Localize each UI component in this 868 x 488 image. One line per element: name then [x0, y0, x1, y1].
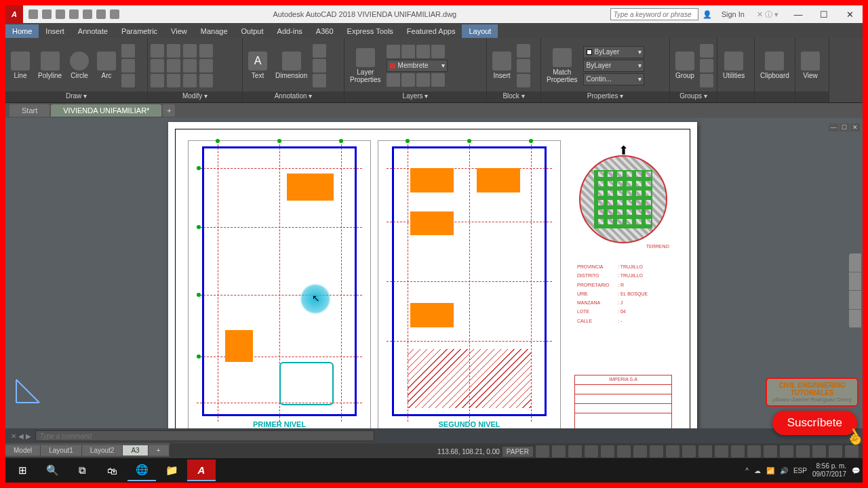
transparency-icon[interactable] — [650, 445, 663, 458]
circle-button[interactable]: Circle — [67, 50, 92, 81]
linetype-dropdown[interactable]: Contin... — [583, 73, 644, 85]
panel-label[interactable]: Properties ▾ — [541, 92, 669, 102]
move-icon[interactable] — [151, 44, 164, 58]
layer-tool-icon[interactable] — [401, 45, 415, 58]
cloud-icon[interactable]: ☁ — [754, 467, 761, 474]
new-tab-button[interactable]: + — [163, 104, 175, 117]
notifications-icon[interactable]: 💬 — [852, 467, 860, 474]
color-dropdown[interactable]: ByLayer — [583, 46, 644, 58]
edit-attr-icon[interactable] — [517, 74, 530, 87]
tab-express[interactable]: Express Tools — [340, 24, 400, 38]
chrome-button[interactable]: 🌐 — [127, 460, 156, 481]
panel-label[interactable]: Block ▾ — [487, 92, 540, 102]
group-bbox-icon[interactable] — [700, 74, 713, 87]
ungroup-icon[interactable] — [700, 44, 713, 58]
array-icon[interactable] — [183, 74, 197, 87]
tab-annotate[interactable]: Annotate — [71, 24, 115, 38]
annoscale-icon[interactable] — [682, 445, 696, 458]
tab-manage[interactable]: Manage — [194, 24, 235, 38]
workspace-icon[interactable] — [715, 445, 728, 458]
draw-tool-icon[interactable] — [121, 59, 135, 73]
paper-layout[interactable]: PRIMER NIVEL SEGUNDO NIVEL — [168, 122, 697, 428]
panel-label[interactable]: Layers ▾ — [344, 92, 486, 102]
layout2-tab[interactable]: Layout2 — [82, 445, 123, 455]
store-button[interactable]: 🛍 — [98, 460, 126, 481]
panel-label[interactable]: Annotation ▾ — [243, 92, 344, 102]
app-menu-button[interactable]: A — [5, 5, 23, 23]
annovis-icon[interactable] — [698, 445, 712, 458]
subscribe-button[interactable]: Suscríbete — [772, 411, 857, 435]
fillet-icon[interactable] — [183, 59, 197, 73]
drawing-tab[interactable]: VIVIENDA UNIFAMILIAR* — [51, 104, 161, 117]
task-view-button[interactable]: ⧉ — [68, 460, 96, 481]
draw-tool-icon[interactable] — [121, 74, 135, 87]
erase-icon[interactable] — [199, 44, 213, 58]
start-menu-button[interactable]: ⊞ — [8, 460, 37, 481]
otrack-toggle-icon[interactable] — [617, 445, 631, 458]
command-input[interactable] — [35, 430, 374, 441]
dimension-button[interactable]: Dimension — [273, 50, 310, 81]
tab-output[interactable]: Output — [235, 24, 271, 38]
viewport-minimize-icon[interactable]: — — [829, 123, 838, 131]
leader-icon[interactable] — [313, 44, 326, 58]
edit-block-icon[interactable] — [517, 59, 530, 73]
stretch-icon[interactable] — [151, 74, 164, 87]
panel-label[interactable]: Groups ▾ — [670, 92, 717, 102]
explode-icon[interactable] — [199, 59, 213, 73]
qat-redo-icon[interactable] — [110, 9, 119, 19]
units-icon[interactable] — [747, 445, 761, 458]
utilities-button[interactable]: Utilities — [720, 50, 747, 81]
line-button[interactable]: Line — [8, 50, 33, 81]
layer-tool-icon[interactable] — [401, 73, 415, 87]
quickprops-icon[interactable] — [764, 445, 777, 458]
create-block-icon[interactable] — [517, 44, 530, 58]
wifi-icon[interactable]: 📶 — [766, 467, 774, 474]
rotate-icon[interactable] — [167, 44, 180, 58]
model-tab[interactable]: Model — [5, 445, 41, 455]
viewport-maximize-icon[interactable]: ☐ — [840, 123, 849, 131]
start-tab[interactable]: Start — [9, 104, 50, 117]
copy-icon[interactable] — [151, 59, 164, 73]
layer-tool-icon[interactable] — [431, 73, 445, 87]
view-button[interactable]: View — [798, 50, 823, 81]
maximize-button[interactable]: ☐ — [811, 5, 837, 23]
volume-icon[interactable]: 🔊 — [780, 467, 788, 474]
lock-ui-icon[interactable] — [780, 445, 793, 458]
tray-up-icon[interactable]: ^ — [745, 467, 749, 474]
search-button[interactable]: 🔍 — [38, 460, 66, 481]
insert-button[interactable]: Insert — [490, 50, 514, 81]
help-search-input[interactable] — [610, 8, 698, 20]
tab-featured[interactable]: Featured Apps — [400, 24, 462, 38]
layout1-tab[interactable]: Layout1 — [41, 445, 82, 455]
grid-toggle-icon[interactable] — [536, 445, 549, 458]
layer-properties-button[interactable]: Layer Properties — [347, 47, 384, 85]
ortho-toggle-icon[interactable] — [568, 445, 582, 458]
qat-open-icon[interactable] — [42, 9, 52, 19]
language-indicator[interactable]: ESP — [793, 467, 807, 474]
system-clock[interactable]: 8:56 p. m. 09/07/2017 — [812, 462, 846, 479]
polyline-button[interactable]: Polyline — [35, 50, 64, 81]
close-button[interactable]: ✕ — [837, 5, 863, 23]
navigation-bar[interactable] — [849, 253, 861, 328]
group-edit-icon[interactable] — [700, 59, 713, 73]
trim-icon[interactable] — [183, 44, 197, 58]
autocad-taskbar-button[interactable]: A — [187, 460, 216, 481]
group-button[interactable]: Group — [673, 50, 697, 81]
table-icon[interactable] — [313, 59, 326, 73]
mirror-icon[interactable] — [167, 59, 180, 73]
viewport-close-icon[interactable]: ✕ — [850, 123, 860, 131]
offset-icon[interactable] — [199, 74, 213, 87]
lwt-toggle-icon[interactable] — [633, 445, 647, 458]
clipboard-button[interactable]: Clipboard — [757, 50, 792, 81]
qat-saveas-icon[interactable] — [69, 9, 79, 19]
add-layout-button[interactable]: + — [149, 445, 170, 455]
cleanscreen-icon[interactable] — [829, 445, 842, 458]
panel-label[interactable]: Modify ▾ — [148, 92, 242, 102]
panel-label[interactable]: Draw ▾ — [5, 92, 147, 102]
space-toggle[interactable]: PAPER — [502, 447, 533, 457]
qat-undo-icon[interactable] — [96, 9, 106, 19]
match-properties-button[interactable]: Match Properties — [544, 47, 580, 85]
a3-tab[interactable]: A3 — [123, 445, 148, 455]
layer-tool-icon[interactable] — [416, 45, 430, 58]
tab-layout[interactable]: Layout — [462, 24, 498, 38]
